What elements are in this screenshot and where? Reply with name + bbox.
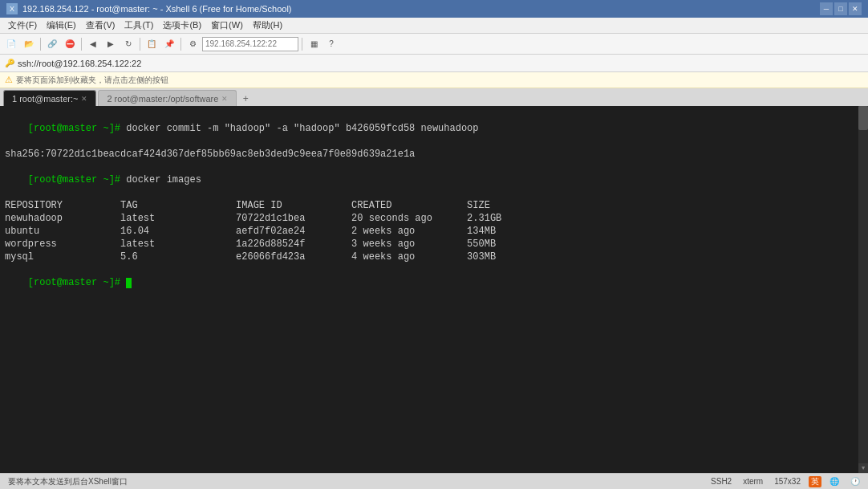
- scroll-thumb[interactable]: [858, 106, 868, 130]
- toolbar-search-input[interactable]: [202, 37, 298, 51]
- tab-1[interactable]: 1 root@master:~ ✕: [3, 90, 96, 106]
- status-right: SSH2 xterm 157x32 英 🌐 🕐: [708, 476, 863, 487]
- term-command-2: docker images: [126, 174, 201, 185]
- toolbar-open-btn[interactable]: 📂: [21, 36, 37, 52]
- term-row-3: wordpress latest 1a226d88524f 3 weeks ag…: [5, 238, 863, 251]
- toolbar-sep5: [302, 38, 302, 51]
- tab-2[interactable]: 2 root@master:/opt/software ✕: [98, 90, 237, 106]
- toolbar-paste-btn[interactable]: 📌: [161, 36, 177, 52]
- toolbar-sep1: [40, 38, 41, 51]
- term-cursor: [126, 278, 132, 288]
- status-ssh: SSH2: [708, 477, 735, 486]
- menu-window[interactable]: 窗口(W): [206, 18, 248, 33]
- scroll-track: ▲ ▼: [858, 106, 868, 473]
- menu-tabs[interactable]: 选项卡(B): [158, 18, 206, 33]
- status-terminal: xterm: [740, 477, 766, 486]
- status-clock-icon: 🕐: [847, 477, 863, 486]
- info-icon: ⚠: [5, 75, 13, 85]
- tab-1-close[interactable]: ✕: [81, 95, 87, 103]
- app-icon: X: [6, 3, 18, 14]
- toolbar-connect-btn[interactable]: 🔗: [44, 36, 60, 52]
- address-bar: 🔑 ssh://root@192.168.254.122:22: [0, 55, 868, 72]
- toolbar-help-btn[interactable]: ?: [323, 36, 339, 52]
- menu-view[interactable]: 查看(V): [81, 18, 120, 33]
- address-label-prefix: 🔑: [5, 59, 14, 67]
- menu-bar: 文件(F) 编辑(E) 查看(V) 工具(T) 选项卡(B) 窗口(W) 帮助(…: [0, 18, 868, 34]
- window-controls: ─ □ ✕: [820, 2, 862, 15]
- term-prompt-2: [root@master ~]#: [28, 174, 126, 185]
- tab-add-button[interactable]: +: [238, 92, 253, 106]
- status-text-left: 要将本文本发送到后台XShell窗口: [5, 476, 131, 487]
- tab-2-label: 2 root@master:/opt/software: [107, 94, 218, 104]
- term-final-prompt: [root@master ~]#: [28, 277, 126, 288]
- toolbar-disconnect-btn[interactable]: ⛔: [62, 36, 78, 52]
- toolbar-copy-btn[interactable]: 📋: [144, 36, 160, 52]
- window-title: 192.168.254.122 - root@master: ~ - Xshel…: [22, 4, 292, 14]
- term-prompt-1: [root@master ~]#: [28, 123, 126, 134]
- term-final-prompt-line: [root@master ~]#: [5, 263, 863, 302]
- tab-2-close[interactable]: ✕: [221, 95, 228, 103]
- menu-tools[interactable]: 工具(T): [120, 18, 158, 33]
- info-text: 要将页面添加到收藏夹，请点击左侧的按钮: [16, 75, 168, 86]
- toolbar-settings-btn[interactable]: ⚙: [185, 36, 201, 52]
- title-bar: X 192.168.254.122 - root@master: ~ - Xsh…: [0, 0, 868, 18]
- status-size: 157x32: [771, 477, 804, 486]
- close-button[interactable]: ✕: [849, 2, 862, 15]
- toolbar-sep4: [180, 38, 181, 51]
- scroll-down-button[interactable]: ▼: [858, 463, 868, 473]
- minimize-button[interactable]: ─: [820, 2, 833, 15]
- menu-help[interactable]: 帮助(H): [248, 18, 287, 33]
- terminal-area[interactable]: [root@master ~]# docker commit -m "hadoo…: [0, 106, 868, 473]
- toolbar-sep3: [140, 38, 140, 51]
- status-lang-badge: 英: [809, 476, 821, 487]
- menu-file[interactable]: 文件(F): [3, 18, 42, 33]
- menu-edit[interactable]: 编辑(E): [42, 18, 81, 33]
- address-value: ssh://root@192.168.254.122:22: [18, 59, 141, 68]
- term-line-2: sha256:70722d1c1beacdcaf424d367def85bb69…: [5, 148, 863, 161]
- tab-1-label: 1 root@master:~: [12, 94, 78, 104]
- status-network-icon: 🌐: [826, 477, 842, 486]
- toolbar-forward-btn[interactable]: ▶: [103, 36, 119, 52]
- status-left: 要将本文本发送到后台XShell窗口: [5, 476, 131, 487]
- maximize-button[interactable]: □: [834, 2, 847, 15]
- toolbar-back-btn[interactable]: ◀: [85, 36, 101, 52]
- status-bar: 要将本文本发送到后台XShell窗口 SSH2 xterm 157x32 英 🌐…: [0, 473, 868, 489]
- term-row-2: ubuntu 16.04 aefd7f02ae24 2 weeks ago 13…: [5, 225, 863, 238]
- title-bar-left: X 192.168.254.122 - root@master: ~ - Xsh…: [6, 3, 292, 14]
- toolbar-refresh-btn[interactable]: ↻: [120, 36, 136, 52]
- term-header: REPOSITORY TAG IMAGE ID CREATED SIZE: [5, 199, 863, 212]
- tab-bar: 1 root@master:~ ✕ 2 root@master:/opt/sof…: [0, 88, 868, 106]
- term-command-1: docker commit -m "hadoop" -a "hadoop" b4…: [126, 123, 478, 134]
- term-row-4: mysql 5.6 e26066fd423a 4 weeks ago 303MB: [5, 251, 863, 263]
- toolbar-new-btn[interactable]: 📄: [3, 36, 19, 52]
- toolbar-sep2: [81, 38, 82, 51]
- toolbar: 📄 📂 🔗 ⛔ ◀ ▶ ↻ 📋 📌 ⚙ ▦ ?: [0, 34, 868, 55]
- term-row-1: newuhadoop latest 70722d1c1bea 20 second…: [5, 212, 863, 225]
- toolbar-extra-btn[interactable]: ▦: [306, 36, 322, 52]
- info-bar: ⚠ 要将页面添加到收藏夹，请点击左侧的按钮: [0, 72, 868, 88]
- term-line-3: [root@master ~]# docker images: [5, 161, 863, 199]
- term-line-1: [root@master ~]# docker commit -m "hadoo…: [5, 109, 863, 148]
